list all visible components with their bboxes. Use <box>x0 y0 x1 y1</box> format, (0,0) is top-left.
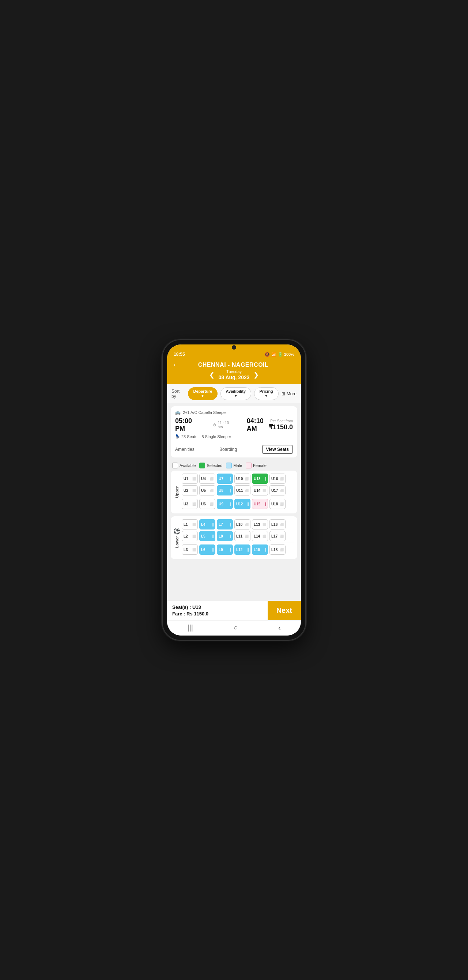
seat-U11[interactable]: U11⬜ <box>234 485 250 495</box>
seat-L18[interactable]: L18⬜ <box>269 544 285 555</box>
status-bar: 18:55 🔕 📶 🔋 100% <box>167 350 301 358</box>
seat-L10[interactable]: L10⬜ <box>234 519 250 530</box>
male-label: Male <box>233 463 242 468</box>
seat-L14[interactable]: L14⬜ <box>252 531 268 541</box>
lower-row-1: L1⬜ L4▐ L7▐ L10⬜ L13⬜ L16⬜ <box>182 519 294 530</box>
date-main: 08 Aug, 2023 <box>218 374 249 381</box>
view-seats-button[interactable]: View Seats <box>262 445 293 454</box>
upper-seat-section: Upper U1⬜ U4⬜ U7▐ U10⬜ U13▐ U16⬜ <box>171 471 297 514</box>
single-sleeper-label: 5 Single Sleeper <box>201 434 231 439</box>
seat-U2[interactable]: U2⬜ <box>182 485 198 495</box>
female-label: Female <box>253 463 267 468</box>
fare-colon: : <box>183 611 186 617</box>
prev-date-button[interactable]: ❮ <box>209 371 215 379</box>
seat-U15[interactable]: U15▐ <box>252 499 268 509</box>
seat-U7[interactable]: U7▐ <box>217 474 233 484</box>
seats-label: Seat(s) <box>172 605 188 610</box>
bus-icon: 🚌 <box>175 410 181 415</box>
nav-home-icon[interactable]: ○ <box>233 624 238 632</box>
lower-rows: L1⬜ L4▐ L7▐ L10⬜ L13⬜ L16⬜ L2⬜ L5▐ L8▐ <box>182 519 294 556</box>
seat-U3[interactable]: U3⬜ <box>182 499 198 509</box>
seat-U17[interactable]: U17⬜ <box>269 485 285 495</box>
legend-male: Male <box>226 463 242 468</box>
header: ← CHENNAI - NAGERCOIL ❮ Tuesday 08 Aug, … <box>167 358 301 384</box>
seat-L13[interactable]: L13⬜ <box>252 519 268 530</box>
seat-L5[interactable]: L5▐ <box>199 531 215 541</box>
seat-L12[interactable]: L12▐ <box>234 544 250 555</box>
seat-U8[interactable]: U8▐ <box>217 485 233 495</box>
sort-pricing-chip[interactable]: Pricing ▾ <box>254 387 279 400</box>
seat-L7[interactable]: L7▐ <box>217 519 233 530</box>
depart-time: 05:00 PM <box>175 417 197 433</box>
date-info: Tuesday 08 Aug, 2023 <box>218 369 249 381</box>
nav-recent-icon[interactable]: ‹ <box>278 624 281 632</box>
seat-L15[interactable]: L15▐ <box>252 544 268 555</box>
sort-availability-chip[interactable]: Availibility ▾ <box>220 387 251 400</box>
seat-U4[interactable]: U4⬜ <box>199 474 215 484</box>
seat-L2[interactable]: L2⬜ <box>182 531 198 541</box>
seat-U6[interactable]: U6⬜ <box>199 499 215 509</box>
next-date-button[interactable]: ❯ <box>253 371 259 379</box>
seat-U14[interactable]: U14⬜ <box>252 485 268 495</box>
back-button[interactable]: ← <box>172 361 180 369</box>
nav-back-icon[interactable]: ||| <box>187 624 193 632</box>
seat-L8[interactable]: L8▐ <box>217 531 233 541</box>
lower-grid: ⚽ Lower L1⬜ L4▐ L7▐ L10⬜ L13⬜ L16⬜ <box>174 519 294 556</box>
seat-L17[interactable]: L17⬜ <box>269 531 285 541</box>
upper-grid: Upper U1⬜ U4⬜ U7▐ U10⬜ U13▐ U16⬜ <box>174 474 294 511</box>
next-button[interactable]: Next <box>267 601 301 620</box>
amenities-link[interactable]: Amenities <box>175 447 194 452</box>
bus-type-label: 2+1 A/C Capella Sleeper <box>183 410 227 415</box>
seat-U9[interactable]: U9▐ <box>217 499 233 509</box>
sort-departure-chip[interactable]: Departure ▾ <box>188 387 218 400</box>
upper-row-2: U2⬜ U5⬜ U8▐ U11⬜ U14⬜ U17⬜ <box>182 485 294 495</box>
more-label: More <box>287 391 296 396</box>
battery-icon: 🔋 100% <box>278 352 294 357</box>
legend-selected: Selected <box>199 463 222 468</box>
lower-row-3: L3⬜ L6▐ L9▐ L12▐ L15▐ L18⬜ <box>182 544 294 555</box>
seat-L11[interactable]: L11⬜ <box>234 531 250 541</box>
bottom-fare-row: Fare : Rs 1150.0 <box>172 611 263 617</box>
clock-icon: ⏱ <box>213 423 216 427</box>
content-area: 🚌 2+1 A/C Capella Sleeper 05:00 PM ⏱ 11 … <box>167 403 301 601</box>
more-filters-button[interactable]: ⊞ More <box>282 391 296 396</box>
seat-U16[interactable]: U16⬜ <box>269 474 285 484</box>
upper-row-3: U3⬜ U6⬜ U9▐ U12▐ U15▐ U18⬜ <box>182 499 294 509</box>
upper-row-1: U1⬜ U4⬜ U7▐ U10⬜ U13▐ U16⬜ <box>182 474 294 484</box>
phone-shell: 18:55 🔕 📶 🔋 100% ← CHENNAI - NAGERCOIL ❮… <box>163 340 305 640</box>
seat-L9[interactable]: L9▐ <box>217 544 233 555</box>
fare-label: Fare <box>172 611 182 617</box>
available-box <box>172 463 178 468</box>
content-spacer <box>171 562 297 584</box>
seats-value: U13 <box>192 605 201 610</box>
seat-L16[interactable]: L16⬜ <box>269 519 285 530</box>
bus-card: 🚌 2+1 A/C Capella Sleeper 05:00 PM ⏱ 11 … <box>171 406 297 457</box>
date-row: ❮ Tuesday 08 Aug, 2023 ❯ <box>172 369 296 381</box>
lower-label: Lower <box>175 536 179 548</box>
bus-duration: ⏱ 11 : 10 hrs <box>197 421 247 429</box>
seat-U18[interactable]: U18⬜ <box>269 499 285 509</box>
seat-U13[interactable]: U13▐ <box>252 474 268 484</box>
seat-U10[interactable]: U10⬜ <box>234 474 250 484</box>
female-box <box>246 463 252 468</box>
seat-L3[interactable]: L3⬜ <box>182 544 198 555</box>
phone-screen: 18:55 🔕 📶 🔋 100% ← CHENNAI - NAGERCOIL ❮… <box>167 344 301 636</box>
lower-section-icon: ⚽ <box>173 528 181 535</box>
bus-actions: Amenities Boarding View Seats <box>175 442 293 454</box>
seats-count: 23 Seats <box>181 434 197 439</box>
price-block: Per Seat from ₹1150.0 <box>269 419 293 431</box>
selected-label: Selected <box>207 463 222 468</box>
seat-L1[interactable]: L1⬜ <box>182 519 198 530</box>
bus-price: ₹1150.0 <box>269 423 293 431</box>
seat-U1[interactable]: U1⬜ <box>182 474 198 484</box>
seat-U5[interactable]: U5⬜ <box>199 485 215 495</box>
seat-U12[interactable]: U12▐ <box>234 499 250 509</box>
per-seat-label: Per Seat from <box>269 419 293 423</box>
seat-L4[interactable]: L4▐ <box>199 519 215 530</box>
sort-label: Sort by <box>172 389 185 399</box>
bus-seats-row: 💺 23 Seats 5 Single Sleeper <box>175 434 293 439</box>
boarding-link[interactable]: Boarding <box>220 447 237 452</box>
bottom-info: Seat(s) : U13 Fare : Rs 1150.0 <box>167 601 267 620</box>
seat-L6[interactable]: L6▐ <box>199 544 215 555</box>
camera <box>232 345 236 350</box>
